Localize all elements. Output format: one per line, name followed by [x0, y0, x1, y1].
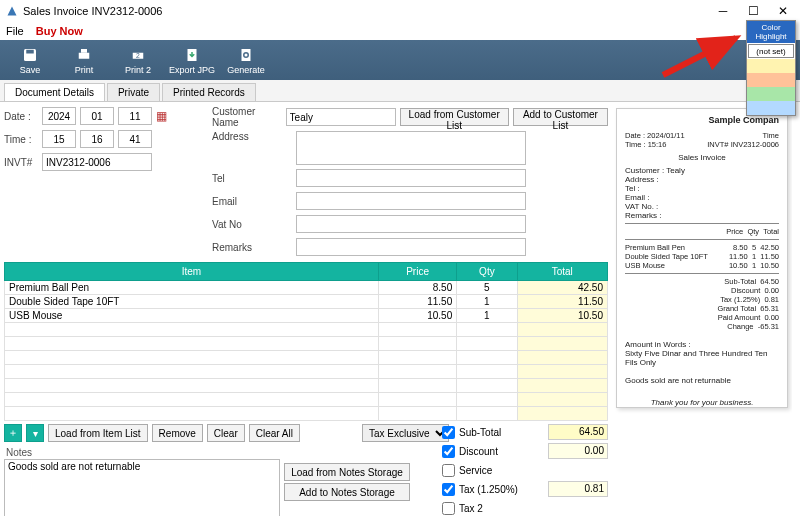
table-row[interactable] — [5, 407, 608, 421]
items-table[interactable]: Item Price Qty Total Premium Ball Pen8.5… — [4, 262, 608, 421]
date-year-input[interactable] — [42, 107, 76, 125]
col-qty: Qty — [457, 263, 517, 281]
tab-bar: Document Details Private Printed Records — [0, 80, 800, 102]
subtotal-check[interactable] — [442, 426, 455, 439]
discount-check[interactable] — [442, 445, 455, 458]
color-highlight-header: Color Highlight — [747, 21, 795, 43]
table-row[interactable] — [5, 323, 608, 337]
print2-button[interactable]: 2 Print 2 — [114, 42, 162, 78]
calendar-icon[interactable]: ▦ — [156, 109, 167, 123]
tax2-check[interactable] — [442, 502, 455, 515]
clear-all-button[interactable]: Clear All — [249, 424, 300, 442]
menu-bar: File Buy Now — [0, 22, 800, 40]
svg-text:2: 2 — [136, 52, 140, 59]
notes-header: Notes — [4, 445, 284, 459]
invt-input[interactable] — [42, 153, 152, 171]
table-row[interactable] — [5, 337, 608, 351]
invt-label: INVT# — [4, 157, 38, 168]
date-label: Date : — [4, 111, 38, 122]
row-menu-button[interactable]: ▾ — [26, 424, 44, 442]
export-jpg-button[interactable]: Export JPG — [168, 42, 216, 78]
color-opt-yellow[interactable] — [747, 59, 795, 73]
tel-label: Tel — [212, 173, 292, 184]
vat-input[interactable] — [296, 215, 526, 233]
remarks-label: Remarks — [212, 242, 292, 253]
table-row[interactable] — [5, 351, 608, 365]
discount-value[interactable]: 0.00 — [548, 443, 608, 459]
remove-item-button[interactable]: Remove — [152, 424, 203, 442]
time-label: Time : — [4, 134, 38, 145]
table-row[interactable] — [5, 379, 608, 393]
preview-company: Sample Compan — [625, 115, 779, 125]
table-row[interactable] — [5, 393, 608, 407]
table-row[interactable]: Double Sided Tape 10FT11.50111.50 — [5, 295, 608, 309]
color-opt-notset[interactable]: (not set) — [748, 44, 794, 58]
vat-label: Vat No — [212, 219, 292, 230]
customer-name-label: Customer Name — [212, 106, 282, 128]
svg-rect-2 — [26, 49, 34, 53]
save-icon — [21, 46, 39, 64]
email-label: Email — [212, 196, 292, 207]
generate-icon — [237, 46, 255, 64]
add-notes-button[interactable]: Add to Notes Storage — [284, 483, 410, 501]
window-title: Sales Invoice INV2312-0006 — [23, 5, 162, 17]
table-row[interactable]: USB Mouse10.50110.50 — [5, 309, 608, 323]
load-customer-button[interactable]: Load from Customer List — [400, 108, 509, 126]
color-opt-green[interactable] — [747, 87, 795, 101]
address-input[interactable] — [296, 131, 526, 165]
service-check[interactable] — [442, 464, 455, 477]
tab-document-details[interactable]: Document Details — [4, 83, 105, 101]
col-item: Item — [5, 263, 379, 281]
table-row[interactable]: Premium Ball Pen8.50542.50 — [5, 281, 608, 295]
print-button[interactable]: Print — [60, 42, 108, 78]
title-bar: Sales Invoice INV2312-0006 ─ ☐ ✕ — [0, 0, 800, 22]
color-highlight-dropdown[interactable]: Color Highlight (not set) — [746, 20, 796, 116]
add-row-button[interactable]: ＋ — [4, 424, 22, 442]
clear-item-button[interactable]: Clear — [207, 424, 245, 442]
close-button[interactable]: ✕ — [768, 0, 798, 22]
load-notes-button[interactable]: Load from Notes Storage — [284, 463, 410, 481]
app-icon — [6, 5, 18, 17]
svg-marker-0 — [8, 7, 17, 16]
customer-name-input[interactable] — [286, 108, 396, 126]
menu-buy-now[interactable]: Buy Now — [36, 25, 83, 37]
address-label: Address — [212, 131, 292, 142]
main-toolbar: Save Print 2 Print 2 Export JPG Generate — [0, 40, 800, 80]
time-hour-input[interactable] — [42, 130, 76, 148]
tax-check[interactable] — [442, 483, 455, 496]
svg-rect-3 — [79, 52, 90, 58]
tax-value[interactable]: 0.81 — [548, 481, 608, 497]
tab-private[interactable]: Private — [107, 83, 160, 101]
minimize-button[interactable]: ─ — [708, 0, 738, 22]
table-row[interactable] — [5, 365, 608, 379]
menu-file[interactable]: File — [6, 25, 24, 37]
time-sec-input[interactable] — [118, 130, 152, 148]
document-form: Date : ▦ Time : INVT# — [0, 102, 612, 516]
email-input[interactable] — [296, 192, 526, 210]
tab-printed-records[interactable]: Printed Records — [162, 83, 256, 101]
printer2-icon: 2 — [129, 46, 147, 64]
col-price: Price — [378, 263, 456, 281]
tel-input[interactable] — [296, 169, 526, 187]
maximize-button[interactable]: ☐ — [738, 0, 768, 22]
color-opt-orange[interactable] — [747, 73, 795, 87]
remarks-input[interactable] — [296, 238, 526, 256]
svg-rect-8 — [242, 49, 251, 61]
export-icon — [183, 46, 201, 64]
color-opt-blue[interactable] — [747, 101, 795, 115]
load-item-button[interactable]: Load from Item List — [48, 424, 148, 442]
notes-textarea[interactable]: Goods sold are not returnable — [4, 459, 280, 516]
date-month-input[interactable] — [80, 107, 114, 125]
save-button[interactable]: Save — [6, 42, 54, 78]
invoice-preview: Sample Compan Date : 2024/01/11Time Time… — [616, 108, 788, 408]
date-day-input[interactable] — [118, 107, 152, 125]
time-min-input[interactable] — [80, 130, 114, 148]
add-customer-button[interactable]: Add to Customer List — [513, 108, 608, 126]
svg-rect-4 — [81, 49, 87, 53]
generate-button[interactable]: Generate — [222, 42, 270, 78]
col-total: Total — [517, 263, 607, 281]
subtotal-value: 64.50 — [548, 424, 608, 440]
printer-icon — [75, 46, 93, 64]
